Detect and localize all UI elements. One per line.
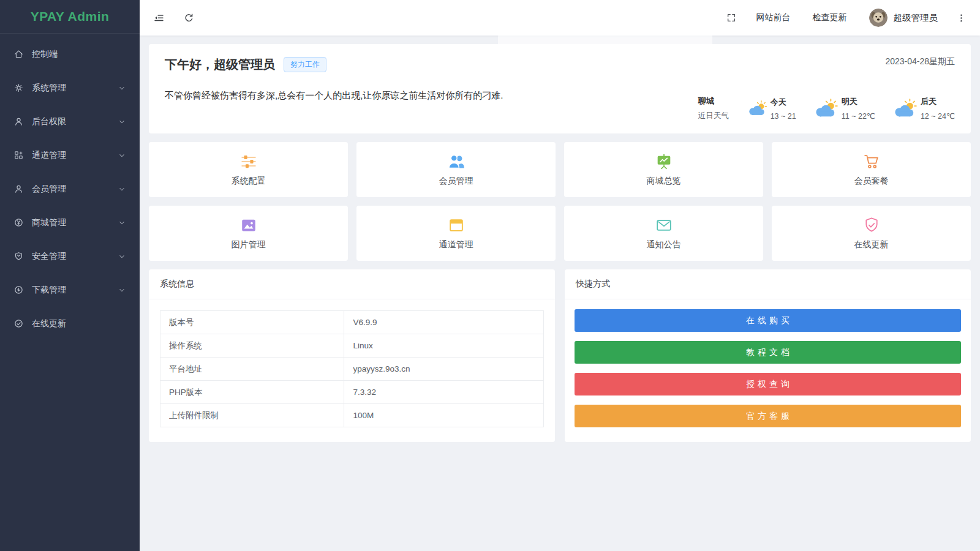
info-value: Linux	[344, 334, 544, 358]
frontend-link[interactable]: 网站前台	[756, 12, 791, 23]
chevron-down-icon	[118, 286, 126, 294]
weather-day-temp: 12 ~ 24℃	[921, 111, 955, 121]
quick-button-license-query[interactable]: 授权查询	[575, 373, 961, 395]
shortcut-card-mall-overview[interactable]: 商城总览	[564, 142, 763, 197]
quick-button-tutorial-docs[interactable]: 教程文档	[575, 341, 961, 364]
shortcut-label: 系统配置	[232, 176, 266, 187]
chevron-down-icon	[118, 84, 126, 92]
system-info-panel: 系统信息 版本号 V6.9.9 操作系统 Linux 平台地址 ypayysz.…	[149, 269, 555, 442]
cloud-sun-icon	[891, 98, 918, 119]
sidebar-item-security-management[interactable]: 安全管理	[0, 239, 140, 273]
sidebar-item-label: 会员管理	[32, 184, 118, 195]
info-label: 版本号	[160, 311, 344, 334]
shortcut-label: 通道管理	[439, 239, 473, 250]
sidebar-item-member-management[interactable]: 会员管理	[0, 172, 140, 206]
info-value: V6.9.9	[344, 311, 544, 334]
shortcut-grid: 系统配置 会员管理 商城总览 会员套餐 图片管理 通道管理 通知公告 在线更新	[149, 142, 971, 261]
shortcut-card-notice-announcement[interactable]: 通知公告	[564, 206, 763, 261]
sidebar-item-label: 下载管理	[32, 285, 118, 296]
info-label: 操作系统	[160, 334, 344, 358]
collapse-menu-icon[interactable]	[153, 12, 165, 24]
shortcut-label: 通知公告	[647, 239, 681, 250]
info-label: 平台地址	[160, 358, 344, 381]
app-logo: YPAY Admin	[0, 0, 140, 34]
shortcut-card-image-management[interactable]: 图片管理	[149, 206, 348, 261]
cloud-sun-icon	[812, 98, 839, 119]
greeting-card: 下午好，超级管理员 努力工作 不管你曾经被伤害得有多深,总会有一个人的出现,让你…	[149, 44, 971, 133]
users-icon	[447, 152, 466, 171]
mail-icon	[655, 216, 673, 234]
shortcut-label: 会员管理	[439, 176, 473, 187]
system-info-row: 版本号 V6.9.9	[160, 311, 544, 334]
quick-button-buy-online[interactable]: 在线购买	[575, 309, 961, 332]
shortcut-label: 在线更新	[854, 239, 889, 250]
sidebar-item-control-panel[interactable]: 控制端	[0, 37, 140, 71]
more-menu-icon[interactable]	[956, 13, 967, 23]
shortcut-label: 商城总览	[647, 176, 681, 187]
weather-city-block: 聊城 近日天气	[698, 96, 729, 121]
weather-day-temp: 13 ~ 21	[771, 112, 796, 121]
sidebar-item-online-update[interactable]: 在线更新	[0, 307, 140, 340]
shortcut-card-online-update[interactable]: 在线更新	[772, 206, 971, 261]
cloud-sun-icon	[746, 100, 768, 117]
sidebar-item-download-management[interactable]: 下载管理	[0, 273, 140, 307]
check-update-link[interactable]: 检查更新	[813, 12, 847, 23]
system-info-row: 上传附件限制 100M	[160, 404, 544, 427]
system-info-row: PHP版本 7.3.32	[160, 381, 544, 404]
weather-day-name: 明天	[842, 96, 875, 107]
info-value: ypayysz.9o3.cn	[344, 358, 544, 381]
current-date: 2023-04-28星期五	[885, 56, 955, 67]
shield-icon	[13, 251, 24, 261]
sidebar-item-label: 通道管理	[32, 150, 118, 161]
info-label: PHP版本	[160, 381, 344, 404]
system-info-row: 平台地址 ypayysz.9o3.cn	[160, 358, 544, 381]
quick-links-title: 快捷方式	[565, 269, 971, 299]
weather-day: 后天 12 ~ 24℃	[891, 96, 955, 121]
system-info-table: 版本号 V6.9.9 操作系统 Linux 平台地址 ypayysz.9o3.c…	[160, 310, 544, 427]
sidebar-item-mall-management[interactable]: 商城管理	[0, 206, 140, 239]
shortcut-card-system-config[interactable]: 系统配置	[149, 142, 348, 197]
weather-day-name: 后天	[921, 96, 955, 107]
greeting-title: 下午好，超级管理员	[165, 56, 275, 73]
board-icon	[655, 152, 673, 171]
sidebar-item-label: 系统管理	[32, 83, 118, 94]
cart-icon	[862, 152, 881, 171]
sidebar-item-label: 后台权限	[32, 116, 118, 127]
weather-day-temp: 11 ~ 22℃	[842, 111, 875, 121]
home-icon	[13, 49, 24, 59]
user-avatar[interactable]	[869, 9, 888, 27]
refresh-icon[interactable]	[183, 12, 195, 24]
username[interactable]: 超级管理员	[894, 12, 938, 24]
shield-check-icon	[862, 216, 881, 234]
user-icon	[13, 184, 24, 194]
quick-links-panel: 快捷方式 在线购买 教程文档 授权查询 官方客服	[565, 269, 971, 442]
sidebar-nav: 控制端 系统管理 后台权限 通道管理 会员管理 商城管理 安全管理 下载管理 在…	[0, 34, 140, 340]
weather-day: 明天 11 ~ 22℃	[812, 96, 875, 121]
shortcut-card-channel-management[interactable]: 通道管理	[356, 206, 556, 261]
sidebar-item-channel-management[interactable]: 通道管理	[0, 138, 140, 172]
shortcut-card-member-packages[interactable]: 会员套餐	[772, 142, 971, 197]
quick-link-label: 官方客服	[746, 411, 793, 422]
weather-widget: 聊城 近日天气 今天 13 ~ 21 明天 11 ~ 22℃ 后天 12 ~ 2…	[698, 96, 955, 121]
sidebar-item-system-management[interactable]: 系统管理	[0, 71, 140, 105]
sidebar-item-label: 控制端	[32, 49, 118, 60]
sidebar-item-admin-permissions[interactable]: 后台权限	[0, 105, 140, 138]
system-info-row: 操作系统 Linux	[160, 334, 544, 358]
shortcut-card-member-management[interactable]: 会员管理	[356, 142, 556, 197]
quick-button-official-support[interactable]: 官方客服	[575, 405, 961, 427]
fullscreen-icon[interactable]	[726, 12, 737, 23]
info-value: 7.3.32	[344, 381, 544, 404]
sidebar: YPAY Admin 控制端 系统管理 后台权限 通道管理 会员管理 商城管理 …	[0, 0, 140, 551]
sidebar-item-label: 商城管理	[32, 217, 118, 228]
chevron-down-icon	[118, 118, 126, 126]
quick-link-label: 教程文档	[746, 347, 793, 358]
system-info-title: 系统信息	[149, 269, 555, 299]
info-label: 上传附件限制	[160, 404, 344, 427]
window-icon	[447, 216, 466, 234]
shortcut-label: 图片管理	[232, 239, 266, 250]
status-badge: 努力工作	[284, 57, 326, 72]
daily-quote: 不管你曾经被伤害得有多深,总会有一个人的出现,让你原谅之前生活对你所有的刁难.	[165, 90, 503, 102]
sliders-icon	[239, 152, 258, 171]
gear-icon	[13, 83, 24, 93]
chevron-down-icon	[118, 185, 126, 193]
